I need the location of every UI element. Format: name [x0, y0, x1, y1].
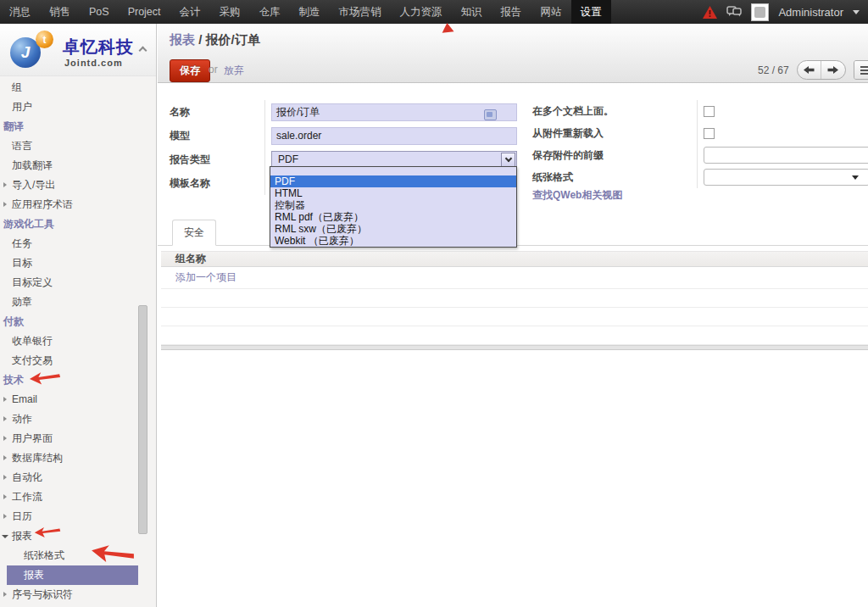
dropdown-option[interactable]: RML pdf（已废弃）	[270, 211, 516, 223]
top-menu-item[interactable]: 仓库	[250, 0, 290, 24]
list-view-button[interactable]	[854, 61, 868, 79]
sidebar-item[interactable]: 收单银行	[0, 331, 138, 351]
sidebar-item[interactable]: 游戏化工具	[0, 214, 138, 234]
user-avatar[interactable]	[751, 3, 769, 21]
sidebar-item[interactable]: 导入/导出	[0, 175, 138, 195]
sidebar-item[interactable]: 勋章	[0, 292, 138, 312]
sidebar-item[interactable]: 翻译	[0, 117, 138, 136]
topbar-right: Administrator	[703, 0, 868, 24]
messages-icon[interactable]	[726, 6, 742, 18]
sidebar-item[interactable]: 用户	[0, 97, 138, 117]
chevron-down-icon[interactable]	[853, 10, 860, 14]
sidebar-scrollbar	[137, 24, 149, 607]
table-row	[161, 289, 868, 308]
sidebar-item[interactable]: 任务	[0, 234, 138, 253]
list-icon	[860, 70, 868, 71]
top-menu-item[interactable]: Project	[119, 0, 170, 24]
top-menu-item[interactable]: 设置	[571, 0, 611, 24]
or-text: or	[209, 64, 218, 75]
translate-icon[interactable]	[484, 109, 497, 120]
top-menu-item[interactable]: 制造	[290, 0, 330, 24]
qweb-views-link[interactable]: 查找QWeb相关视图	[532, 188, 622, 203]
chevron-icon	[3, 436, 7, 441]
discard-link[interactable]: 放弃	[224, 64, 244, 78]
sidebar-item[interactable]: 支付交易	[0, 351, 138, 370]
dropdown-option[interactable]	[270, 167, 516, 175]
chevron-icon	[2, 535, 8, 538]
logo-subtitle: Jointd.com	[64, 58, 123, 68]
breadcrumb-parent[interactable]: 报表	[170, 32, 195, 47]
sidebar-item[interactable]: 动作	[0, 409, 138, 429]
multi-label: 在多个文档上面。	[532, 104, 697, 119]
dropdown-option[interactable]: PDF	[270, 175, 516, 187]
name-label: 名称	[170, 105, 264, 120]
scroll-up-icon[interactable]	[139, 47, 147, 55]
sidebar-item[interactable]: 纸张格式	[0, 546, 138, 565]
warning-icon[interactable]	[703, 6, 717, 19]
name-input[interactable]: 报价/订单	[271, 103, 517, 121]
select-arrow-icon[interactable]	[501, 153, 515, 167]
sidebar: J t 卓忆科技 Jointd.com 组 用户 翻译 语言 加载翻译 导入/导…	[0, 24, 157, 607]
sidebar-item[interactable]: 序号与标识符	[0, 585, 138, 604]
next-record-button[interactable]	[821, 61, 845, 79]
sidebar-item[interactable]: 组	[0, 78, 138, 97]
sidebar-item[interactable]: 加载翻译	[0, 156, 138, 175]
top-menu-item[interactable]: 网站	[531, 0, 571, 24]
sidebar-item[interactable]: Email	[0, 390, 138, 409]
top-menu-item[interactable]: 人力资源	[391, 0, 452, 24]
chevron-icon	[3, 494, 7, 499]
multi-checkbox[interactable]	[704, 106, 715, 117]
form-right-group: 在多个文档上面。 从附件重新载入 保存附件的前缀 纸张格式	[532, 100, 868, 188]
report-type-label: 报告类型	[170, 153, 264, 167]
sidebar-item[interactable]: 报表	[7, 565, 138, 585]
top-menu-item[interactable]: 会计	[170, 0, 210, 24]
sidebar-item[interactable]: 日历	[0, 507, 138, 526]
model-input[interactable]: sale.order	[271, 127, 517, 145]
breadcrumb: 报表 / 报价/订单	[170, 32, 260, 48]
dropdown-option[interactable]: RML sxw（已废弃）	[270, 223, 516, 235]
sidebar-item[interactable]: 自动化	[0, 468, 138, 487]
table-row	[161, 326, 868, 345]
sidebar-item[interactable]: 报表	[0, 526, 138, 546]
attachment-prefix-label: 保存附件的前缀	[532, 148, 697, 163]
sidebar-item[interactable]: 语言	[0, 136, 138, 156]
top-menu-item[interactable]: 市场营销	[330, 0, 391, 24]
chevron-icon	[3, 202, 7, 207]
top-menubar: 消息销售PoSProject会计采购仓库制造市场营销人力资源知识报告网站设置 A…	[0, 0, 868, 24]
main-area: 报表 / 报价/订单 保存 or 放弃 52 / 67	[158, 24, 868, 607]
sidebar-item[interactable]: 应用程序术语	[0, 195, 138, 214]
company-logo[interactable]: J t 卓忆科技 Jointd.com	[0, 24, 156, 76]
scrollbar-thumb[interactable]	[138, 305, 147, 534]
top-menu-item[interactable]: 销售	[40, 0, 80, 24]
sidebar-item[interactable]: 目标	[0, 253, 138, 273]
dropdown-option[interactable]: HTML	[270, 187, 516, 199]
add-item-row[interactable]: 添加一个项目	[161, 267, 868, 289]
top-menu-item[interactable]: 消息	[0, 0, 40, 24]
dropdown-options: PDFHTML控制器RML pdf（已废弃）RML sxw（已废弃）Webkit…	[270, 167, 516, 247]
attachment-prefix-input[interactable]	[704, 147, 868, 164]
top-menu-item[interactable]: PoS	[80, 0, 119, 24]
prev-record-button[interactable]	[798, 61, 821, 79]
top-menu-item[interactable]: 采购	[210, 0, 250, 24]
sidebar-item[interactable]: 付款	[0, 312, 138, 331]
attachment-use-checkbox[interactable]	[704, 128, 715, 139]
sidebar-item[interactable]: 用户界面	[0, 429, 138, 448]
paperformat-select[interactable]	[704, 169, 868, 186]
dropdown-option[interactable]: 控制器	[270, 199, 516, 211]
sidebar-item[interactable]: 工作流	[0, 487, 138, 507]
save-button[interactable]: 保存	[170, 59, 210, 82]
select-caret-icon	[852, 175, 859, 180]
logo-title: 卓忆科技	[63, 36, 134, 58]
paperformat-label: 纸张格式	[532, 170, 697, 185]
top-menu-item[interactable]: 知识	[452, 0, 492, 24]
add-item-link[interactable]: 添加一个项目	[175, 270, 236, 285]
tab-security[interactable]: 安全	[172, 220, 216, 246]
top-menu-item[interactable]: 报告	[492, 0, 531, 24]
sidebar-item[interactable]: 技术	[0, 370, 138, 390]
sidebar-item[interactable]: 目标定义	[0, 273, 138, 292]
chevron-icon	[3, 592, 7, 597]
model-label: 模型	[170, 129, 264, 143]
dropdown-option[interactable]: Webkit （已废弃）	[270, 235, 516, 247]
sidebar-item[interactable]: 数据库结构	[0, 448, 138, 468]
user-name[interactable]: Administrator	[778, 6, 843, 19]
